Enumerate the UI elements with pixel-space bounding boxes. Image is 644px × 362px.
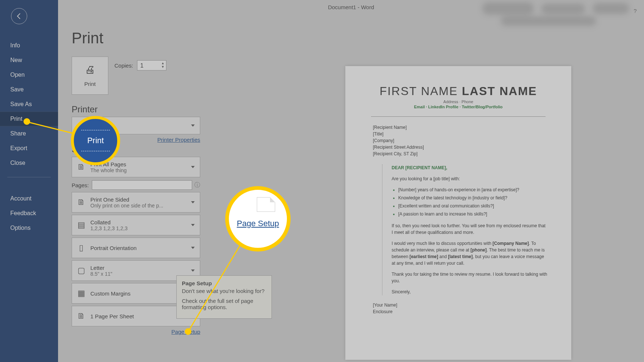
spinner-arrows-icon[interactable]: ▲▼ [158, 61, 165, 69]
portrait-icon: ▯ [72, 243, 90, 253]
sidebar-item-options[interactable]: Options [0, 221, 58, 235]
paper-icon: ▢ [72, 261, 90, 280]
sidebar-item-info[interactable]: Info [0, 38, 58, 53]
sidebar-item-close[interactable]: Close [0, 156, 58, 170]
backstage-sidebar: InfoNewOpenSaveSave AsPrintShareExportCl… [0, 0, 58, 362]
highlight-page-setup-bubble: Page Setup [225, 186, 291, 251]
sidebar-item-save-as[interactable]: Save As [0, 97, 58, 112]
sidebar-item-feedback[interactable]: Feedback [0, 206, 58, 221]
copies-spinner[interactable]: 1 ▲▼ [137, 60, 166, 70]
chevron-down-icon [191, 224, 195, 226]
page-icon: 🗎 [72, 311, 90, 321]
back-button[interactable] [11, 8, 27, 24]
collate-icon: ▤ [72, 215, 90, 235]
orientation-dropdown[interactable]: ▯ Portrait Orientation [72, 238, 200, 258]
page-setup-link[interactable]: Page Setup [72, 329, 200, 335]
sided-dropdown[interactable]: 🗎 Print One SidedOnly print on one side … [72, 192, 200, 213]
page-icon: 🗎 [72, 192, 90, 212]
copies-label: Copies: [114, 62, 133, 69]
printer-icon: 🖨 [72, 64, 108, 76]
page-setup-tooltip: Page Setup Don't see what you're looking… [176, 275, 272, 319]
info-icon[interactable]: ⓘ [194, 181, 200, 189]
chevron-down-icon [191, 201, 195, 203]
help-icon[interactable]: ? [634, 4, 637, 18]
sidebar-item-save[interactable]: Save [0, 82, 58, 97]
sidebar-item-export[interactable]: Export [0, 141, 58, 156]
annotation-dot [24, 118, 30, 125]
sidebar-item-new[interactable]: New [0, 53, 58, 68]
print-button[interactable]: 🖨 Print [72, 57, 108, 95]
print-preview: FIRST NAME LAST NAME Address · Phone Ema… [345, 66, 571, 360]
chevron-down-icon [191, 166, 195, 168]
sidebar-item-share[interactable]: Share [0, 126, 58, 141]
printer-heading: Printer [72, 104, 200, 115]
highlight-print-bubble: Print [71, 116, 120, 165]
collate-dropdown[interactable]: ▤ Collated1,2,3 1,2,3 1,2,3 [72, 215, 200, 235]
sidebar-item-account[interactable]: Account [0, 191, 58, 206]
pages-input[interactable] [92, 180, 192, 190]
titlebar: Document1 - Word ? [58, 0, 644, 15]
margins-icon: ▦ [72, 289, 90, 298]
chevron-down-icon [191, 269, 195, 272]
pages-label: Pages: [72, 182, 89, 188]
chevron-down-icon [191, 247, 195, 249]
page-icon [257, 197, 275, 212]
annotation-dot [185, 328, 191, 335]
page-title: Print [72, 29, 200, 47]
chevron-down-icon [191, 124, 195, 127]
sidebar-item-open[interactable]: Open [0, 68, 58, 82]
